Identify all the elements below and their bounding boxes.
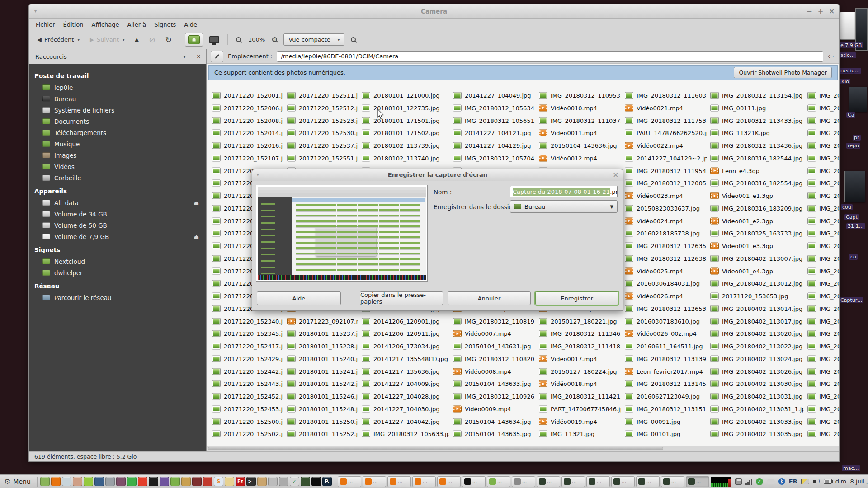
taskbar-window-button[interactable]: ... bbox=[363, 476, 386, 487]
update-shield-icon[interactable]: ✓ bbox=[756, 478, 763, 485]
save-folder-select[interactable]: Bureau ▼ bbox=[510, 200, 618, 213]
launcher-molecules-app-icon[interactable] bbox=[170, 477, 180, 486]
file-item[interactable]: IMG_20180312_110926.jpg bbox=[453, 390, 535, 403]
file-item[interactable]: IMG_00111.jpg bbox=[710, 102, 804, 114]
file-item[interactable]: 20141206_120901.jpg bbox=[362, 315, 449, 328]
file-item[interactable]: IMG_20180312_112653.jpg bbox=[625, 302, 707, 315]
file-item[interactable]: 20141227_104028.jpg bbox=[362, 390, 449, 403]
file-item[interactable]: 20160627123049.jpg bbox=[625, 390, 707, 403]
file-item[interactable]: Vidéo0008.mp4 bbox=[453, 365, 535, 378]
sidebar-item-parcourir-le-r-seau[interactable]: Parcourir le réseau bbox=[29, 292, 206, 303]
keyboard-layout[interactable]: FR bbox=[789, 478, 797, 485]
sidebar-item-syst-me-de-fichiers[interactable]: Système de fichiers bbox=[29, 104, 206, 116]
sidebar-item-all-data[interactable]: All_data⏏ bbox=[29, 197, 206, 208]
file-item[interactable]: 20171220_152530.jpg bbox=[287, 127, 358, 139]
scrollbar-thumb[interactable] bbox=[208, 447, 663, 450]
desktop-icon-label[interactable]: co bbox=[849, 254, 858, 260]
file-item[interactable]: IMG_20180312_111418.jpg bbox=[539, 340, 621, 352]
file-item[interactable]: IMG_201… bbox=[807, 139, 839, 152]
sidebar-item-volume-de-34-gb[interactable]: Volume de 34 GB bbox=[29, 208, 206, 220]
file-item[interactable]: 20141227_104009.jpg bbox=[362, 377, 449, 390]
file-item[interactable]: 20171220_152502.jpg bbox=[212, 427, 283, 440]
file-item[interactable]: IMG_201… bbox=[807, 265, 839, 277]
file-item[interactable]: 20180101_115241.jpg bbox=[287, 365, 358, 378]
file-item[interactable]: 20171220_152537.jpg bbox=[287, 139, 358, 152]
file-item[interactable]: IMG_201… bbox=[807, 302, 839, 315]
file-item[interactable]: PART_1470067745846.jpg bbox=[539, 403, 621, 415]
network-signal-icon[interactable] bbox=[745, 479, 752, 485]
file-item[interactable]: 20141227_104121.jpg bbox=[453, 127, 535, 139]
sidebar-item-corbeille[interactable]: Corbeille bbox=[29, 172, 206, 183]
file-item[interactable]: IMG_11321K.jpg bbox=[710, 127, 804, 139]
file-item[interactable]: IMG_201… bbox=[807, 202, 839, 215]
taskbar-window-button[interactable]: ... bbox=[338, 476, 361, 487]
file-item[interactable]: 20180101_121000.jpg bbox=[362, 89, 449, 102]
file-item[interactable]: Leon_fevrier2017.mp4 bbox=[625, 365, 707, 378]
battery-icon[interactable] bbox=[824, 479, 832, 484]
zoom-out-button[interactable]: − bbox=[232, 35, 245, 44]
file-item[interactable]: 20141227_104030.jpg bbox=[362, 403, 449, 415]
launcher-clock-scheduler-icon[interactable]: ✓ bbox=[290, 477, 299, 486]
back-button[interactable]: ◀ Précédent ▾ bbox=[33, 34, 83, 45]
file-item[interactable]: IMG_201… bbox=[807, 177, 839, 189]
file-item[interactable]: 20141206_120911.jpg bbox=[362, 327, 449, 340]
file-item[interactable]: IMG_201… bbox=[807, 365, 839, 378]
file-item[interactable]: IMG_00091.jpg bbox=[625, 415, 707, 428]
sidebar-item-bureau[interactable]: Bureau bbox=[29, 93, 206, 104]
copy-to-clipboard-button[interactable]: Copier dans le presse-papiers bbox=[360, 291, 443, 305]
file-item[interactable]: IMG_201… bbox=[807, 164, 839, 177]
sidebar-selector-icon[interactable]: ▾ bbox=[178, 54, 191, 60]
file-item[interactable]: IMG_20180316_183209.jpg bbox=[710, 202, 804, 215]
launcher-unity3d-icon[interactable] bbox=[149, 477, 158, 486]
file-item[interactable]: 20171220_152500.jpg bbox=[212, 415, 283, 428]
desktop-icon-label[interactable]: mac… bbox=[842, 465, 860, 471]
file-item[interactable]: IMG_201… bbox=[807, 102, 839, 114]
horizontal-scrollbar[interactable] bbox=[207, 446, 839, 451]
forward-history-icon[interactable]: ▾ bbox=[123, 38, 125, 42]
file-item[interactable]: IMG_201… bbox=[807, 127, 839, 139]
file-item[interactable]: Video001_e2.3gp bbox=[710, 215, 804, 227]
desktop-icon-label[interactable]: Capt bbox=[844, 214, 859, 220]
file-item[interactable]: Leon_e4.3gp bbox=[710, 164, 804, 177]
up-button[interactable]: ▲ bbox=[131, 34, 143, 45]
taskbar-window-button[interactable]: ... bbox=[512, 476, 535, 487]
file-item[interactable]: Vidéo0024.mp4 bbox=[625, 215, 707, 227]
file-item[interactable]: 20180101_115246.jpg bbox=[287, 390, 358, 403]
file-item[interactable]: 20180102_113739.jpg bbox=[362, 139, 449, 152]
file-item[interactable]: 20171220_152008.jpg bbox=[212, 114, 283, 127]
file-item[interactable]: IMG_20180312_111753.jpg bbox=[625, 114, 707, 127]
file-item[interactable]: 20180101_115248.jpg bbox=[287, 403, 358, 415]
launcher-sublime-text-icon[interactable]: S bbox=[214, 477, 223, 486]
file-item[interactable]: 20141217_135636.jpg bbox=[362, 365, 449, 378]
file-item[interactable]: IMG_20180312_111954.jpg bbox=[625, 164, 707, 177]
sidebar-header-title[interactable]: Raccourcis bbox=[29, 53, 178, 60]
desktop-icon-label[interactable]: Ca bbox=[846, 112, 855, 118]
location-input[interactable] bbox=[277, 51, 823, 62]
sidebar-item-documents[interactable]: Documents bbox=[29, 116, 206, 127]
file-item[interactable]: IMG_20180402_113026.jpg bbox=[710, 365, 804, 378]
zoom-in-button[interactable]: + bbox=[269, 35, 281, 44]
file-item[interactable]: 20160611_164511.jpg bbox=[625, 340, 707, 352]
menu-affichage[interactable]: Affichage bbox=[87, 19, 123, 30]
file-item[interactable]: 20180102_113740.jpg bbox=[362, 152, 449, 164]
file-item[interactable]: IMG_20180312_105704.jpg bbox=[453, 152, 535, 164]
file-item[interactable]: IMG_201… bbox=[807, 415, 839, 428]
file-item[interactable]: Vidéo0011.mp4 bbox=[539, 127, 621, 139]
taskbar-window-button[interactable]: ... bbox=[537, 476, 560, 487]
file-item[interactable]: 20171220_152511.jpg bbox=[287, 89, 358, 102]
file-item[interactable]: IMG_201… bbox=[807, 152, 839, 164]
file-item[interactable]: IMG_20180402_113014.jpg bbox=[710, 302, 804, 315]
file-item[interactable]: IMG_201… bbox=[807, 277, 839, 290]
file-item[interactable]: 20150127_180221.jpg bbox=[539, 315, 621, 328]
view-mode-select[interactable]: Vue compacte▾ bbox=[283, 33, 344, 46]
file-item[interactable]: 20180101_115238.jpg bbox=[287, 340, 358, 352]
launcher-p-editor-icon[interactable]: P. bbox=[322, 477, 332, 486]
file-item[interactable]: IMG_20180312_112005.jpg bbox=[625, 177, 707, 189]
launcher-speech-app-icon[interactable] bbox=[62, 477, 71, 486]
sidebar-item-dwhelper[interactable]: dwhelper bbox=[29, 267, 206, 278]
file-item[interactable]: Video001_e1.3gp bbox=[710, 189, 804, 202]
file-item[interactable]: 20171220_152006.jpg bbox=[212, 102, 283, 114]
search-button[interactable] bbox=[347, 35, 359, 44]
open-shotwell-button[interactable]: Ouvrir Shotwell Photo Manager bbox=[734, 67, 832, 78]
help-button[interactable]: Aide bbox=[257, 291, 341, 305]
